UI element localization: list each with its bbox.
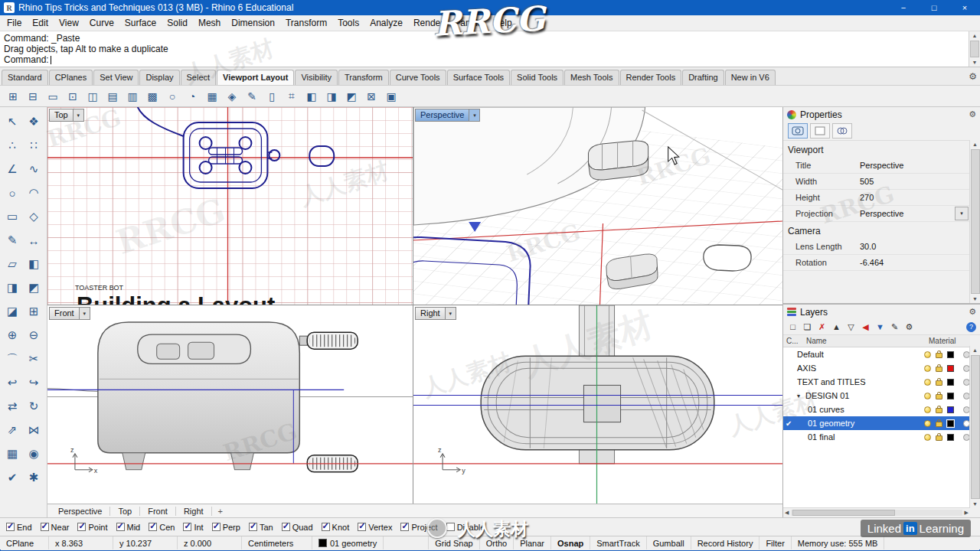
trim-icon[interactable]: ✂ <box>24 347 44 370</box>
scrollbar-thumb[interactable] <box>971 149 980 294</box>
layer-color-swatch[interactable] <box>947 406 954 413</box>
scrollbar-thumb[interactable] <box>970 41 979 57</box>
scale-icon[interactable]: ⇗ <box>2 419 22 442</box>
layer-pen-icon[interactable]: ✎ <box>889 321 900 333</box>
checkbox-icon[interactable] <box>149 523 157 531</box>
viewport-title-right[interactable]: Right ▾ <box>415 307 456 320</box>
panel-box-icon[interactable]: ▣ <box>382 88 400 105</box>
checkbox-icon[interactable] <box>77 523 86 531</box>
scrollbar-thumb[interactable] <box>792 510 895 516</box>
tab-display[interactable]: Display <box>139 70 179 85</box>
fillet-icon[interactable]: ⌒ <box>2 347 22 370</box>
layer-visibility-bulb-icon[interactable] <box>924 393 931 399</box>
viewport-page-button[interactable] <box>788 123 808 139</box>
layer-lock-icon[interactable] <box>936 367 942 372</box>
projection-dropdown-button[interactable]: ▾ <box>955 207 969 220</box>
osnap-perp[interactable]: Perp <box>212 523 240 532</box>
menu-panels[interactable]: Panels <box>449 16 488 30</box>
layers-hscrollbar[interactable]: ◀ ▶ <box>783 507 970 517</box>
layer-lock-icon[interactable] <box>936 435 942 441</box>
layer-row-design-01[interactable]: ▾ DESIGN 01 <box>783 389 970 403</box>
layer-color-swatch[interactable] <box>947 434 954 441</box>
checkbox-icon[interactable] <box>212 523 220 531</box>
boolean-difference-icon[interactable]: ⊖ <box>24 324 44 347</box>
split-vertical-icon[interactable]: ▤ <box>103 88 122 105</box>
dimension-icon[interactable]: ↔ <box>24 229 44 252</box>
osnap-knot[interactable]: Knot <box>322 523 350 532</box>
swap-views-icon[interactable]: ▥ <box>123 88 142 105</box>
layer-help-icon[interactable]: ? <box>966 322 976 332</box>
osnap-end[interactable]: End <box>6 523 32 532</box>
viewport-tab-top[interactable]: Top <box>110 507 140 516</box>
curve-icon[interactable]: ∿ <box>24 158 44 181</box>
close-viewport-icon[interactable]: ⊠ <box>362 88 381 105</box>
viewport-label[interactable]: Perspective <box>415 109 469 122</box>
layer-row-text-and-titles[interactable]: TEXT and TITLES <box>783 375 970 389</box>
layer-lock-icon[interactable] <box>936 380 942 386</box>
gem-display-icon[interactable]: ◈ <box>223 88 241 105</box>
undo-icon[interactable]: ↩ <box>2 371 22 394</box>
tab-curve-tools[interactable]: Curve Tools <box>390 70 446 85</box>
layer-row-axis[interactable]: AXIS <box>783 361 970 375</box>
osnap-near[interactable]: Near <box>41 523 70 532</box>
select-icon[interactable]: ↖ <box>2 110 22 133</box>
extrude-icon[interactable]: ⊞ <box>24 300 44 323</box>
viewport-front[interactable]: z x Front ▾ <box>47 305 413 504</box>
tab-select[interactable]: Select <box>181 70 217 85</box>
viewport-top[interactable]: TOASTER BOT Building a Layout Top ▾ <box>47 107 413 305</box>
smarttrack-toggle[interactable]: SmartTrack <box>590 536 646 549</box>
display-page-button[interactable] <box>810 123 830 139</box>
layer-color-swatch[interactable] <box>947 365 954 372</box>
ortho-toggle[interactable]: Ortho <box>480 536 514 549</box>
menu-transform[interactable]: Transform <box>280 16 332 30</box>
corner-split-c-icon[interactable]: ◩ <box>342 88 361 105</box>
scroll-down-icon[interactable]: ▼ <box>972 500 978 508</box>
mirror-icon[interactable]: ⋈ <box>24 419 44 442</box>
redo-icon[interactable]: ↪ <box>24 371 44 394</box>
transform-icon[interactable]: ⇄ <box>2 395 22 418</box>
tab-cplanes[interactable]: CPlanes <box>49 70 93 85</box>
plane-icon[interactable]: ▱ <box>2 253 22 276</box>
scroll-up-icon[interactable]: ▲ <box>972 31 978 40</box>
polygon-icon[interactable]: ◇ <box>24 205 44 228</box>
property-row-lens-length[interactable]: Lens Length 30.0 <box>783 239 970 255</box>
viewport-layout-4-icon[interactable]: ⊞ <box>4 88 22 105</box>
floating-viewport-icon[interactable]: ⊡ <box>64 88 82 105</box>
layer-lock-icon[interactable] <box>936 353 942 358</box>
units-pane[interactable]: Centimeters <box>242 536 312 549</box>
chevron-down-icon[interactable]: ▾ <box>469 109 480 122</box>
layer-filter-icon[interactable]: ▼ <box>874 321 886 333</box>
pen-annotate-icon[interactable]: ✎ <box>243 88 261 105</box>
menu-mesh[interactable]: Mesh <box>193 16 226 30</box>
tab-render-tools[interactable]: Render Tools <box>620 70 682 85</box>
scroll-up-icon[interactable]: ▲ <box>972 140 978 148</box>
check-icon[interactable]: ✔ <box>2 466 22 489</box>
perspective-viewport-canvas[interactable] <box>413 107 782 305</box>
maximize-button[interactable]: □ <box>919 0 949 15</box>
viewport-perspective[interactable]: Perspective ▾ <box>413 107 782 305</box>
osnap-vertex[interactable]: Vertex <box>358 523 392 532</box>
chevron-down-icon[interactable]: ▾ <box>74 109 84 122</box>
osnap-toggle[interactable]: Osnap <box>551 536 590 549</box>
menu-tools[interactable]: Tools <box>332 16 364 30</box>
layer-settings-icon[interactable]: ⚙ <box>903 321 915 333</box>
front-viewport-canvas[interactable]: z x <box>47 305 413 504</box>
checkbox-icon[interactable] <box>41 523 49 531</box>
layers-scrollbar[interactable]: ▲ ▼ <box>969 346 980 508</box>
corner-split-b-icon[interactable]: ◨ <box>322 88 341 105</box>
tab-set-view[interactable]: Set View <box>93 70 139 85</box>
scrollbar-track[interactable] <box>791 510 962 516</box>
osnap-project[interactable]: Project <box>400 523 437 532</box>
menu-solid[interactable]: Solid <box>162 16 193 30</box>
viewport-right[interactable]: z y Right ▾ <box>413 305 782 504</box>
scroll-down-icon[interactable]: ▼ <box>972 58 978 67</box>
tab-transform[interactable]: Transform <box>338 70 389 85</box>
osnap-cen[interactable]: Cen <box>149 523 175 532</box>
menu-curve[interactable]: Curve <box>84 16 119 30</box>
scroll-up-icon[interactable]: ▲ <box>972 346 978 354</box>
paint-icon[interactable]: ✱ <box>24 466 44 489</box>
viewport-title-perspective[interactable]: Perspective ▾ <box>415 109 480 122</box>
viewport-label[interactable]: Right <box>415 307 446 320</box>
corner-split-a-icon[interactable]: ◧ <box>302 88 321 105</box>
command-prompt[interactable]: Command: <box>4 54 980 65</box>
